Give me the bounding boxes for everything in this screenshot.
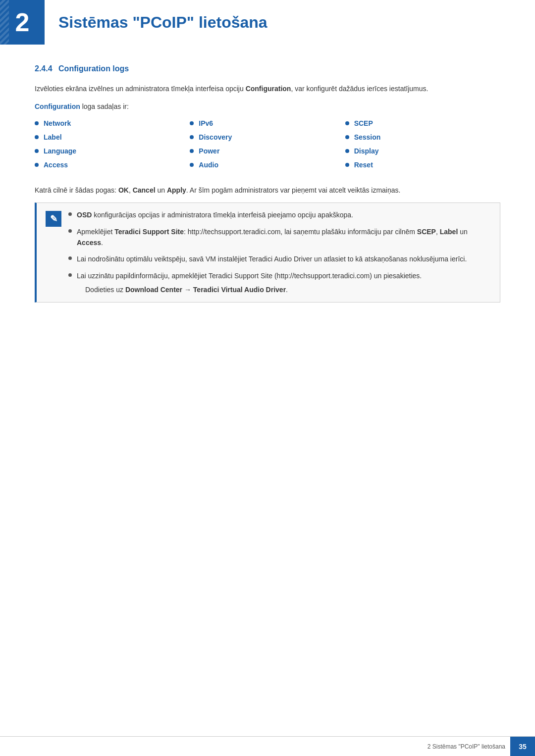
scep-label: SCEP [417, 228, 436, 236]
bullet-dot [35, 149, 39, 153]
list-item: Discovery [190, 133, 345, 141]
download-center-label: Download Center [125, 286, 182, 294]
bullet-dot [68, 273, 72, 277]
bullet-dot [35, 163, 39, 167]
note-bullets: OSD konfigurācijas opcijas ir administra… [68, 210, 491, 295]
intro-text2: , var konfigurēt dažādus ierīces iestatī… [291, 85, 428, 93]
sub-note: Dodieties uz Download Center → Teradici … [85, 285, 422, 296]
chapter-number: 2 [15, 9, 30, 35]
bullet-text: Audio [199, 161, 218, 169]
section-heading: 2.4.4 Configuration logs [35, 64, 500, 73]
config-intro: Configuration loga sadaļas ir: [35, 101, 500, 112]
note-text-4: Lai uzzinātu papildinformāciju, apmeklēj… [77, 271, 422, 295]
note-text-2: Apmeklējiet Teradici Support Site: http:… [77, 227, 491, 248]
bullet-dot [35, 121, 39, 125]
bullet-dot [68, 229, 72, 233]
label-label: Label [440, 228, 458, 236]
bullet-text: Power [199, 147, 219, 155]
list-item: IPv6 [190, 119, 345, 127]
pencil-icon: ✎ [50, 213, 57, 224]
note-2-comma: , [436, 228, 440, 236]
configuration-link-1: Configuration [246, 85, 291, 93]
bullet-dot [190, 135, 194, 139]
intro-text1: Izvēloties ekrāna izvēlnes un administra… [35, 85, 246, 93]
chapter-title-block: Sistēmas "PCoIP" lietošana [45, 0, 268, 45]
section-title: Configuration logs [58, 64, 129, 73]
note-item-4: Lai uzzinātu papildinformāciju, apmeklēj… [68, 271, 491, 295]
config-text2: loga sadaļas ir: [80, 102, 129, 110]
bullet-dot [190, 163, 194, 167]
bullet-col-2: IPv6 Discovery Power Audio [190, 119, 345, 175]
note-icon: ✎ [46, 211, 61, 227]
list-item: Audio [190, 161, 345, 169]
cancel-label: Cancel [133, 186, 156, 194]
buttons-paragraph: Katrā cilnē ir šādas pogas: OK, Cancel u… [35, 185, 500, 196]
virtual-audio-driver-label: Teradici Virtual Audio Driver [193, 286, 286, 294]
note-2-un: un [458, 228, 467, 236]
main-content: 2.4.4 Configuration logs Izvēloties ekrā… [0, 64, 535, 352]
configuration-label: Configuration [35, 102, 80, 110]
bullet-text: Network [44, 119, 71, 127]
bullet-dot [345, 135, 349, 139]
bullet-text: Display [354, 147, 379, 155]
ok-label: OK [118, 186, 129, 194]
note-2-end: . [101, 239, 103, 247]
list-item: Power [190, 147, 345, 155]
list-item: Language [35, 147, 190, 155]
list-item: Display [345, 147, 500, 155]
footer-page-number: 35 [510, 737, 535, 756]
bullet-text: Language [44, 147, 76, 155]
list-item: SCEP [345, 119, 500, 127]
chapter-header: 2 Sistēmas "PCoIP" lietošana [0, 0, 535, 45]
bullet-text: IPv6 [199, 119, 213, 127]
bullet-text: SCEP [354, 119, 373, 127]
note-text-1: OSD konfigurācijas opcijas ir administra… [77, 210, 353, 221]
list-item: Reset [345, 161, 500, 169]
bullet-text: Session [354, 133, 381, 141]
list-item: Network [35, 119, 190, 127]
sub-text1: Dodieties uz [85, 286, 125, 294]
bullet-dot [35, 135, 39, 139]
bullet-dot [68, 256, 72, 260]
comma1: , [129, 186, 133, 194]
sub-end: . [286, 286, 288, 294]
note-item-2: Apmeklējiet Teradici Support Site: http:… [68, 227, 491, 248]
chapter-title: Sistēmas "PCoIP" lietošana [58, 13, 268, 32]
bullet-columns: Network Label Language Access IPv6 [35, 119, 500, 175]
note-text-3: Lai nodrošinātu optimālu veiktspēju, sav… [77, 254, 467, 265]
intro-paragraph: Izvēloties ekrāna izvēlnes un administra… [35, 83, 500, 94]
note-box: ✎ OSD konfigurācijas opcijas ir administ… [35, 202, 500, 302]
bullet-dot [190, 149, 194, 153]
note-item-1: OSD konfigurācijas opcijas ir administra… [68, 210, 491, 221]
buttons-text1: Katrā cilnē ir šādas pogas: [35, 186, 118, 194]
list-item: Session [345, 133, 500, 141]
bullet-dot [345, 163, 349, 167]
note-2-text1: Apmeklējiet [77, 228, 114, 236]
list-item: Label [35, 133, 190, 141]
footer-chapter-text: 2 Sistēmas "PCoIP" lietošana [428, 743, 510, 750]
bullet-text: Label [44, 133, 62, 141]
arrow: → [182, 286, 193, 294]
bullet-dot [345, 149, 349, 153]
note-2-text2: : http://techsupport.teradici.com, lai s… [184, 228, 417, 236]
note-1-text: konfigurācijas opcijas ir administratora… [94, 211, 353, 219]
bullet-dot [345, 121, 349, 125]
bullet-col-1: Network Label Language Access [35, 119, 190, 175]
note-item-3: Lai nodrošinātu optimālu veiktspēju, sav… [68, 254, 491, 265]
bullet-dot [190, 121, 194, 125]
note-4-text1: Lai uzzinātu papildinformāciju, apmeklēj… [77, 272, 422, 280]
bullet-dot [68, 212, 72, 216]
page-footer: 2 Sistēmas "PCoIP" lietošana 35 [0, 736, 535, 756]
bullet-text: Reset [354, 161, 373, 169]
list-item: Access [35, 161, 190, 169]
osd-label: OSD [77, 211, 92, 219]
bullet-col-3: SCEP Session Display Reset [345, 119, 500, 175]
teradici-support-link: Teradici Support Site [114, 228, 184, 236]
bullet-text: Discovery [199, 133, 232, 141]
section-number: 2.4.4 [35, 64, 53, 73]
access-label: Access [77, 239, 101, 247]
bullet-text: Access [44, 161, 68, 169]
chapter-number-block: 2 [0, 0, 45, 45]
buttons-text2: . Ar šīm pogām administrators var pieņem… [186, 186, 401, 194]
un1: un [156, 186, 167, 194]
